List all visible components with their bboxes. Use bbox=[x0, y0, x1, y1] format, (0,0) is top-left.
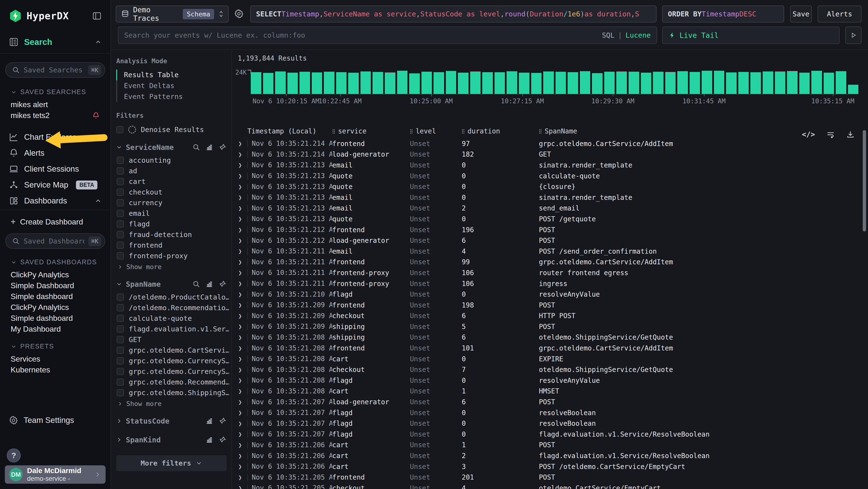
sidebar-item-dashboards[interactable]: Dashboards bbox=[0, 193, 111, 209]
checkbox[interactable] bbox=[117, 167, 124, 174]
histogram-bar[interactable] bbox=[482, 72, 493, 94]
sidebar-item-service-map[interactable]: Service Map BETA bbox=[0, 177, 111, 193]
column-header[interactable]: level bbox=[410, 127, 462, 135]
table-row[interactable]: ❯Nov 6 10:35:21.213 AMemailUnset0sinatra… bbox=[232, 160, 861, 171]
checkbox[interactable] bbox=[117, 220, 124, 228]
table-row[interactable]: ❯Nov 6 10:35:21.208 AMcartUnset1HMSET bbox=[232, 386, 861, 397]
saved-dashboard-item[interactable]: ClickPy Analytics bbox=[0, 269, 111, 280]
histogram-bar[interactable] bbox=[689, 72, 700, 94]
sidebar-item-search[interactable]: Search bbox=[0, 33, 111, 51]
row-expand-icon[interactable]: ❯ bbox=[232, 387, 247, 395]
histogram-bar[interactable] bbox=[422, 72, 432, 94]
histogram-bar[interactable] bbox=[458, 73, 468, 94]
table-row[interactable]: ❯Nov 6 10:35:21.208 AMcartUnset0EXPIRE bbox=[232, 353, 861, 365]
analysis-mode-item[interactable]: Event Patterns bbox=[117, 91, 231, 102]
histogram-bar[interactable] bbox=[726, 73, 737, 94]
table-row[interactable]: ❯Nov 6 10:35:21.214 AMfrontendUnset97grp… bbox=[232, 138, 861, 149]
table-row[interactable]: ❯Nov 6 10:35:21.208 AMfrontendUnset101gr… bbox=[232, 343, 861, 353]
save-button[interactable]: Save bbox=[790, 5, 812, 23]
column-header[interactable]: SpanName bbox=[539, 127, 861, 135]
row-expand-icon[interactable]: ❯ bbox=[232, 463, 247, 470]
row-expand-icon[interactable]: ❯ bbox=[232, 183, 247, 191]
facet-pin-icon[interactable] bbox=[218, 280, 226, 288]
histogram-bar[interactable] bbox=[567, 72, 578, 94]
select-clause-input[interactable]: SELECT Timestamp, ServiceName as service… bbox=[250, 5, 656, 23]
facet-value-item[interactable]: currency bbox=[112, 197, 231, 208]
show-more-button[interactable]: Show more bbox=[112, 261, 231, 270]
histogram-bar[interactable] bbox=[641, 73, 651, 94]
row-expand-icon[interactable]: ❯ bbox=[232, 441, 247, 449]
table-row[interactable]: ❯Nov 6 10:35:21.214 AMload-generatorUnse… bbox=[232, 149, 861, 160]
language-toggle-sql[interactable]: SQL bbox=[602, 31, 614, 39]
facet-chart-icon[interactable] bbox=[206, 417, 213, 425]
saved-search-item[interactable]: mikes alert bbox=[0, 99, 111, 110]
facet-value-item[interactable]: email bbox=[112, 208, 231, 219]
table-row[interactable]: ❯Nov 6 10:35:21.205 AMfrontendUnset201PO… bbox=[232, 472, 861, 483]
histogram-bar[interactable] bbox=[824, 73, 834, 94]
checkbox[interactable] bbox=[117, 378, 124, 386]
row-expand-icon[interactable]: ❯ bbox=[232, 151, 247, 158]
row-expand-icon[interactable]: ❯ bbox=[232, 162, 247, 169]
histogram-bar[interactable] bbox=[750, 72, 761, 94]
table-row[interactable]: ❯Nov 6 10:35:21.208 AMflagdUnset0resolve… bbox=[232, 375, 861, 386]
facet-value-item[interactable]: frontend bbox=[112, 240, 231, 251]
language-toggle-lucene[interactable]: Lucene bbox=[625, 31, 651, 39]
facet-value-item[interactable]: grpc.oteldemo.Recommend… bbox=[112, 377, 231, 387]
histogram-bar[interactable] bbox=[665, 72, 676, 94]
saved-dashboard-item[interactable]: Simple dashboard bbox=[0, 291, 111, 302]
checkbox[interactable] bbox=[117, 304, 124, 311]
source-settings-gear-icon[interactable] bbox=[234, 9, 244, 19]
histogram-bar[interactable] bbox=[848, 85, 859, 94]
facet-pin-icon[interactable] bbox=[218, 436, 226, 443]
histogram-bar[interactable] bbox=[251, 72, 261, 94]
histogram-bar[interactable] bbox=[775, 71, 785, 94]
row-expand-icon[interactable]: ❯ bbox=[232, 420, 247, 427]
table-row[interactable]: ❯Nov 6 10:35:21.209 AMcheckoutUnset6HTTP… bbox=[232, 311, 861, 321]
histogram-bar[interactable] bbox=[738, 72, 749, 94]
preset-item[interactable]: Services bbox=[0, 353, 111, 365]
saved-dashboard-item[interactable]: My Dashboard bbox=[0, 324, 111, 335]
facet-value-item[interactable]: grpc.oteldemo.CurrencyS… bbox=[112, 366, 231, 377]
checkbox[interactable] bbox=[117, 210, 124, 217]
column-header[interactable]: duration bbox=[462, 127, 539, 135]
create-dashboard-button[interactable]: + Create Dashboard bbox=[0, 214, 111, 230]
column-header[interactable]: Timestamp (Local) bbox=[247, 127, 332, 135]
facet-search-icon[interactable] bbox=[192, 280, 200, 288]
histogram-bar[interactable] bbox=[763, 71, 773, 94]
row-expand-icon[interactable]: ❯ bbox=[232, 409, 247, 416]
histogram-bar[interactable] bbox=[799, 73, 810, 94]
preset-item[interactable]: Kubernetes bbox=[0, 365, 111, 375]
help-button[interactable]: ? bbox=[7, 449, 21, 462]
table-row[interactable]: ❯Nov 6 10:35:21.212 AMfrontendUnset196PO… bbox=[232, 225, 861, 235]
histogram-bar[interactable] bbox=[519, 73, 529, 94]
live-tail-button[interactable]: Live Tail bbox=[662, 27, 840, 44]
checkbox[interactable] bbox=[117, 178, 124, 185]
checkbox[interactable] bbox=[117, 389, 124, 396]
table-row[interactable]: ❯Nov 6 10:35:21.211 AMemailUnset4POST /s… bbox=[232, 246, 861, 257]
table-row[interactable]: ❯Nov 6 10:35:21.208 AMcheckoutUnset7otel… bbox=[232, 364, 861, 375]
checkbox[interactable] bbox=[117, 336, 124, 343]
table-row[interactable]: ❯Nov 6 10:35:21.207 AMflagdUnset0resolve… bbox=[232, 418, 861, 429]
row-expand-icon[interactable]: ❯ bbox=[232, 226, 247, 233]
facet-search-icon[interactable] bbox=[192, 143, 200, 151]
checkbox[interactable] bbox=[117, 368, 124, 375]
row-expand-icon[interactable]: ❯ bbox=[232, 334, 247, 341]
facet-header[interactable]: SpanKind bbox=[112, 434, 231, 445]
events-histogram[interactable] bbox=[251, 71, 858, 94]
facet-value-item[interactable]: grpc.oteldemo.ShippingS… bbox=[112, 387, 231, 398]
table-row[interactable]: ❯Nov 6 10:35:21.207 AMflagdUnset0resolve… bbox=[232, 407, 861, 418]
histogram-bar[interactable] bbox=[677, 71, 688, 94]
histogram-bar[interactable] bbox=[543, 71, 554, 94]
vertical-scrollbar[interactable] bbox=[863, 130, 866, 231]
sidebar-item-client-sessions[interactable]: Client Sessions bbox=[0, 161, 111, 177]
table-row[interactable]: ❯Nov 6 10:35:21.212 AMload-generatorUnse… bbox=[232, 235, 861, 246]
row-expand-icon[interactable]: ❯ bbox=[232, 205, 247, 212]
facet-value-item[interactable]: fraud-detection bbox=[112, 229, 231, 240]
user-menu[interactable]: DM Dale McDiarmid demo-service - bbox=[5, 465, 105, 484]
order-by-input[interactable]: ORDER BY Timestamp DESC bbox=[662, 5, 784, 23]
checkbox[interactable] bbox=[117, 231, 124, 238]
chevron-up-icon[interactable] bbox=[94, 38, 102, 46]
histogram-bar[interactable] bbox=[714, 71, 724, 94]
facet-value-item[interactable]: accounting bbox=[112, 155, 231, 166]
table-row[interactable]: ❯Nov 6 10:35:21.210 AMflagdUnset0resolve… bbox=[232, 289, 861, 300]
